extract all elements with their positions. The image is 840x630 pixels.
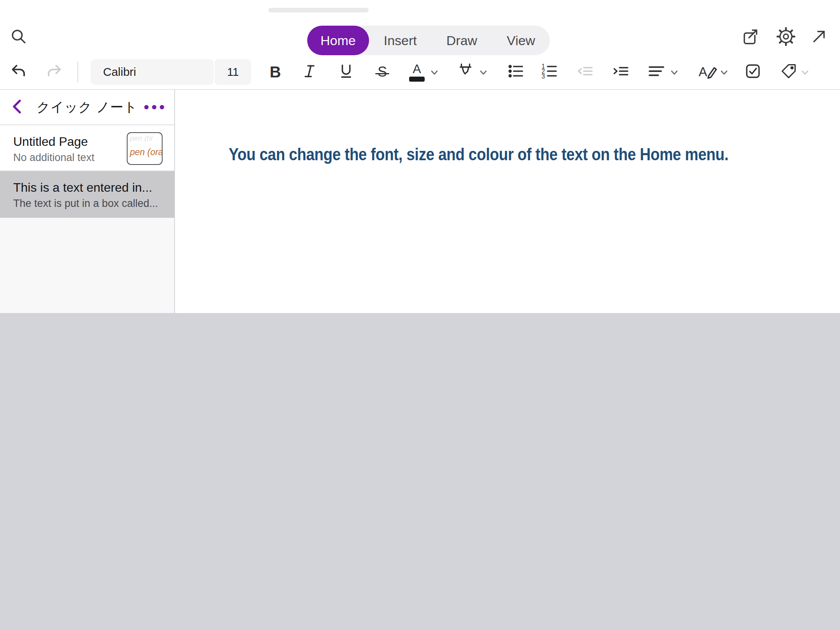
gear-icon: [777, 27, 795, 47]
redo-icon: [46, 62, 63, 82]
highlight-button[interactable]: [454, 60, 477, 84]
alignment-button[interactable]: [645, 60, 668, 84]
share-button[interactable]: [738, 26, 762, 49]
expand-icon: [810, 28, 828, 47]
todo-checkbox-button[interactable]: [741, 60, 765, 84]
bold-icon: B: [270, 63, 281, 81]
toolbar-divider: [77, 61, 78, 82]
chevron-left-icon: [10, 98, 26, 117]
page-list-item-untitled[interactable]: Untitled Page No additional text pen (bl…: [0, 125, 174, 171]
italic-icon: [301, 63, 318, 81]
ellipsis-icon: [144, 105, 149, 109]
window-drag-handle[interactable]: [268, 8, 369, 12]
styles-pen-icon: A: [698, 61, 718, 82]
alignment-dropdown-chevron-icon[interactable]: [670, 68, 679, 77]
font-color-icon: A: [409, 62, 425, 82]
indent-icon: [611, 62, 630, 82]
suggestion-2[interactable]: I'm: [326, 628, 513, 630]
sidebar-header: クイック ノート: [0, 90, 174, 125]
tab-draw[interactable]: Draw: [432, 26, 492, 55]
font-name-selector[interactable]: Calibri: [91, 59, 214, 85]
thumbnail-text-orange: pen (ora: [130, 147, 162, 158]
search-button[interactable]: [7, 26, 30, 49]
thumbnail-text-faint: pen (bl: [130, 134, 162, 143]
settings-button[interactable]: [774, 26, 798, 49]
checkbox-icon: [744, 62, 762, 82]
font-color-dropdown-chevron-icon[interactable]: [430, 68, 439, 77]
tab-view[interactable]: View: [492, 26, 550, 55]
font-size-value: 11: [227, 66, 239, 79]
styles-button[interactable]: A: [696, 60, 719, 84]
redo-button[interactable]: [43, 60, 66, 84]
italic-button[interactable]: [298, 60, 321, 84]
align-left-icon: [647, 62, 666, 82]
svg-text:A: A: [699, 65, 707, 79]
outdent-icon: [576, 62, 594, 82]
fullscreen-button[interactable]: [807, 26, 831, 49]
share-icon: [741, 27, 760, 47]
back-button[interactable]: [10, 99, 27, 116]
tag-dropdown-chevron-icon[interactable]: [801, 68, 809, 77]
undo-icon: [9, 62, 27, 82]
note-editing-canvas[interactable]: You can change the font, size and colour…: [176, 90, 840, 313]
strikethrough-icon: S: [378, 64, 387, 80]
font-name-value: Calibri: [103, 65, 136, 79]
numbered-list-icon: 123: [540, 62, 558, 82]
tag-icon: [780, 62, 798, 82]
page-title: This is a text entered in...: [13, 179, 161, 196]
highlight-dropdown-chevron-icon[interactable]: [479, 68, 488, 77]
outdent-button[interactable]: [573, 60, 597, 84]
indent-button[interactable]: [609, 60, 632, 84]
more-options-button[interactable]: [144, 105, 164, 109]
strikethrough-button[interactable]: S: [371, 60, 394, 84]
page-thumbnail: pen (bl pen (ora: [127, 132, 163, 165]
page-list-item-selected[interactable]: This is a text entered in... The text is…: [0, 171, 174, 218]
tab-home[interactable]: Home: [307, 26, 369, 55]
page-list-sidebar: クイック ノート Untitled Page No additional tex…: [0, 90, 175, 313]
onenote-app-window: Home Insert Draw View Calibri 11 B: [0, 0, 840, 630]
highlighter-icon: [456, 62, 475, 82]
tag-button[interactable]: [777, 60, 800, 84]
predictive-text-bar: I I'm We: [139, 628, 699, 630]
svg-text:3: 3: [542, 73, 545, 80]
ribbon-tab-bar: Home Insert Draw View: [307, 26, 550, 55]
bullet-list-icon: [506, 62, 525, 82]
bullet-list-button[interactable]: [504, 60, 527, 84]
font-color-button[interactable]: A: [405, 60, 429, 84]
suggestion-1[interactable]: I: [139, 628, 326, 630]
font-size-selector[interactable]: 11: [215, 59, 251, 85]
styles-dropdown-chevron-icon[interactable]: [720, 68, 728, 77]
undo-button[interactable]: [7, 60, 30, 84]
underline-button[interactable]: [334, 60, 358, 84]
numbered-list-button[interactable]: 123: [537, 60, 561, 84]
bold-button[interactable]: B: [264, 60, 287, 84]
search-icon: [10, 28, 28, 47]
ios-keyboard: I I'm We B I U 1Q2W3E4R5T6Y7U8I9O0P @A#S…: [0, 313, 840, 630]
suggestion-3[interactable]: We: [513, 628, 699, 630]
page-subtitle: The text is put in a box called...: [13, 196, 161, 211]
underline-icon: [338, 63, 355, 81]
tab-insert[interactable]: Insert: [369, 26, 432, 55]
note-text[interactable]: You can change the font, size and colour…: [229, 144, 728, 164]
